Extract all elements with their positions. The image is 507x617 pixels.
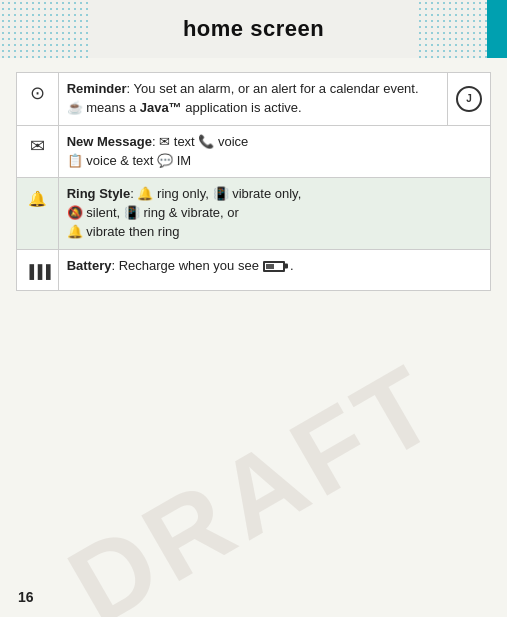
battery-icon-cell: ▐▐▐	[17, 249, 59, 290]
msg-voicetext-icon: 📋	[67, 153, 83, 168]
reminder-content: Reminder: You set an alarm, or an alert …	[58, 73, 447, 126]
silent-icon: 🔕	[67, 205, 83, 220]
table-row: 🔔 Ring Style: 🔔 ring only, 📳 vibrate onl…	[17, 178, 491, 250]
ring-icon: 🔔	[28, 190, 47, 207]
vibrate-only-icon: 📳	[213, 186, 229, 201]
ring-label: Ring Style	[67, 186, 131, 201]
battery-period: .	[290, 258, 294, 273]
ring-vibrate-text: ring & vibrate, or	[143, 205, 238, 220]
ring-only-text: ring only,	[157, 186, 209, 201]
table-row: ✉ New Message: ✉ text 📞 voice 📋 voice & …	[17, 125, 491, 178]
battery-text: : Recharge when you see	[111, 258, 262, 273]
header-dots-left	[0, 0, 90, 58]
main-content: ⊙ Reminder: You set an alarm, or an aler…	[0, 58, 507, 305]
java-icon-cell: J	[448, 73, 491, 126]
battery-label: Battery	[67, 258, 112, 273]
ring-icon-cell: 🔔	[17, 178, 59, 250]
reminder-icon: ⊙	[30, 83, 45, 103]
page-number: 16	[18, 589, 34, 605]
battery-icon: ▐▐▐	[25, 264, 50, 279]
draft-watermark: DRAFT	[47, 338, 459, 617]
message-icon: ✉	[30, 136, 45, 156]
msg-text-icon: ✉	[159, 134, 170, 149]
ring-vibrate-icon: 📳	[124, 205, 140, 220]
vibrate-ring-icon: 🔔	[67, 224, 83, 239]
reminder-text: : You set an alarm, or an alert for a ca…	[127, 81, 419, 96]
msg-im-icon: 💬	[157, 153, 173, 168]
silent-text: silent,	[86, 205, 120, 220]
table-row: ⊙ Reminder: You set an alarm, or an aler…	[17, 73, 491, 126]
java-logo-icon: J	[456, 86, 482, 112]
battery-content: Battery: Recharge when you see .	[58, 249, 490, 290]
msg-voice: voice	[218, 134, 248, 149]
battery-inline-icon	[263, 261, 285, 272]
msg-voice-icon: 📞	[198, 134, 214, 149]
ring-only-icon: 🔔	[137, 186, 153, 201]
table-row: ▐▐▐ Battery: Recharge when you see .	[17, 249, 491, 290]
battery-low-icon	[262, 258, 290, 273]
msg-im: IM	[177, 153, 191, 168]
reminder-extra-icon: ☕	[67, 100, 83, 115]
header-teal-accent	[487, 0, 507, 58]
page-title: home screen	[183, 16, 324, 42]
ring-content: Ring Style: 🔔 ring only, 📳 vibrate only,…	[58, 178, 490, 250]
msg-text: text	[174, 134, 195, 149]
reminder-icon-cell: ⊙	[17, 73, 59, 126]
vibrate-only-text: vibrate only,	[232, 186, 301, 201]
msg-voicetext: voice & text	[86, 153, 153, 168]
vibrate-ring-text: vibrate then ring	[86, 224, 179, 239]
reminder-label: Reminder	[67, 81, 127, 96]
info-table: ⊙ Reminder: You set an alarm, or an aler…	[16, 72, 491, 291]
page-header: home screen	[0, 0, 507, 58]
reminder-extra-text: means a Java™ application is active.	[86, 100, 301, 115]
message-content: New Message: ✉ text 📞 voice 📋 voice & te…	[58, 125, 490, 178]
battery-fill	[266, 264, 273, 269]
message-icon-cell: ✉	[17, 125, 59, 178]
message-label: New Message	[67, 134, 152, 149]
